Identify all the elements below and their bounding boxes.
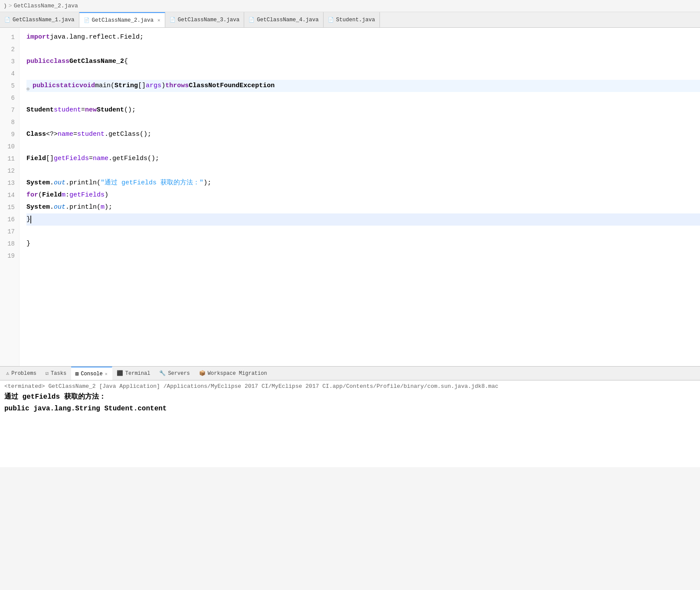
code-line-2 — [26, 43, 700, 56]
console-output-line-1: 通过 getFields 获取的方法： — [4, 391, 696, 403]
code-line-12 — [26, 165, 700, 177]
tab-getclassname1[interactable]: 📄 GetClassName_1.java — [0, 12, 79, 27]
code-line-3: public class GetClassName_2 { — [26, 56, 700, 68]
terminal-icon: ⬛ — [117, 370, 123, 377]
code-editor[interactable]: 1 2 3 4 5 6 7 8 9 10 11 12 13 14 15 16 1… — [0, 28, 700, 366]
tab4-icon: 📄 — [249, 17, 255, 23]
code-line-18: } — [26, 238, 700, 250]
problems-icon: ⚠ — [6, 370, 9, 377]
terminal-label: Terminal — [125, 370, 150, 377]
breadcrumb-text: ) — [3, 3, 7, 9]
tab-servers[interactable]: 🔧 Servers — [155, 367, 194, 380]
breadcrumb: ) > GetClassName_2.java — [0, 0, 700, 12]
servers-label: Servers — [168, 370, 190, 377]
code-line-17 — [26, 226, 700, 238]
code-line-4 — [26, 68, 700, 80]
code-line-9: Class<?> name = student.getClass(); — [26, 128, 700, 141]
code-line-16: } — [26, 213, 700, 226]
line-numbers: 1 2 3 4 5 6 7 8 9 10 11 12 13 14 15 16 1… — [0, 28, 20, 366]
bottom-panel: ⚠ Problems ☑ Tasks ▤ Console ✕ ⬛ Termina… — [0, 366, 700, 467]
code-line-10 — [26, 141, 700, 153]
tab3-icon: 📄 — [170, 17, 176, 23]
code-line-11: Field[] getFields = name.getFields(); — [26, 153, 700, 165]
console-icon: ▤ — [75, 370, 79, 377]
tab1-label: GetClassName_1.java — [13, 17, 75, 23]
code-lines[interactable]: import java.lang.reflect.Field; public c… — [20, 28, 700, 366]
console-output-area: <terminated> GetClassName_2 [Java Applic… — [0, 380, 700, 467]
tab5-icon: 📄 — [328, 17, 334, 23]
tab-tasks[interactable]: ☑ Tasks — [41, 367, 71, 380]
bottom-tabs-bar: ⚠ Problems ☑ Tasks ▤ Console ✕ ⬛ Termina… — [0, 367, 700, 380]
tab-getclassname3[interactable]: 📄 GetClassName_3.java — [165, 12, 245, 27]
tab2-close-icon[interactable]: ✕ — [157, 17, 160, 23]
tab5-label: Student.java — [336, 17, 375, 23]
breadcrumb-chevron: > — [9, 3, 12, 9]
tab-problems[interactable]: ⚠ Problems — [2, 367, 41, 380]
tab-getclassname4[interactable]: 📄 GetClassName_4.java — [244, 12, 324, 27]
tasks-icon: ☑ — [46, 370, 49, 377]
code-line-7: Student student = new Student(); — [26, 104, 700, 116]
servers-icon: 🔧 — [159, 370, 166, 377]
tab2-label: GetClassName_2.java — [92, 17, 154, 23]
code-line-1: import java.lang.reflect.Field; — [26, 31, 700, 43]
code-line-8 — [26, 116, 700, 128]
code-line-14: for(Field m:getFields) — [26, 189, 700, 201]
code-line-5: ⊜ public static void main(String[] args)… — [26, 80, 700, 92]
code-line-13: System.out.println("通过 getFields 获取的方法："… — [26, 177, 700, 189]
console-terminated-line: <terminated> GetClassName_2 [Java Applic… — [4, 383, 696, 390]
breadcrumb-file: GetClassName_2.java — [14, 3, 78, 9]
tab-student[interactable]: 📄 Student.java — [324, 12, 380, 27]
console-output-line-2: public java.lang.String Student.content — [4, 403, 696, 415]
editor-tabs: 📄 GetClassName_1.java 📄 GetClassName_2.j… — [0, 12, 700, 28]
console-close-icon[interactable]: ✕ — [105, 371, 108, 377]
tab-workspace-migration[interactable]: 📦 Workspace Migration — [195, 367, 272, 380]
breakpoint-icon: ⊜ — [26, 83, 32, 88]
tab-console[interactable]: ▤ Console ✕ — [71, 367, 112, 380]
code-line-6 — [26, 92, 700, 104]
workspace-icon: 📦 — [199, 370, 206, 377]
tab1-icon: 📄 — [4, 17, 10, 23]
tab4-label: GetClassName_4.java — [257, 17, 319, 23]
console-output: 通过 getFields 获取的方法： public java.lang.Str… — [4, 391, 696, 415]
tab-terminal[interactable]: ⬛ Terminal — [112, 367, 155, 380]
tab3-label: GetClassName_3.java — [178, 17, 240, 23]
tab2-icon: 📄 — [84, 17, 90, 23]
code-line-15: System.out.println(m); — [26, 201, 700, 213]
tasks-label: Tasks — [51, 370, 66, 377]
console-label: Console — [81, 371, 102, 377]
code-line-19 — [26, 250, 700, 262]
tab-getclassname2[interactable]: 📄 GetClassName_2.java ✕ — [79, 12, 165, 27]
workspace-label: Workspace Migration — [208, 370, 267, 377]
problems-label: Problems — [11, 370, 36, 377]
